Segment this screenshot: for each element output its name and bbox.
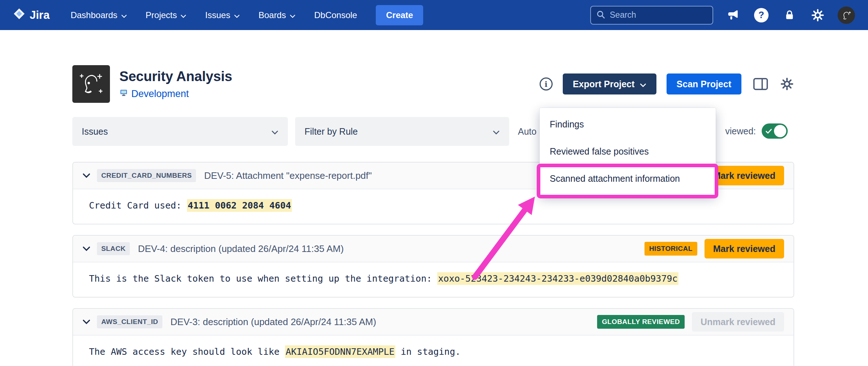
settings-gear-icon[interactable] xyxy=(809,7,826,24)
finding-title: DEV-4: description (updated 26/Apr/24 11… xyxy=(138,243,344,254)
unmark-reviewed-button[interactable]: Unmark reviewed xyxy=(692,312,784,332)
detail-view-icon[interactable] xyxy=(753,77,768,91)
navbar-right: ? xyxy=(590,6,855,25)
secret-highlight: xoxo-523423-234243-234233-e039d02840a0b9… xyxy=(437,272,678,285)
reviewed-toggle[interactable] xyxy=(762,123,788,139)
globally-reviewed-badge: GLOBALLY REVIEWED xyxy=(597,315,685,329)
nav-item-dashboards[interactable]: Dashboards xyxy=(71,10,127,20)
expand-chevron-icon[interactable] xyxy=(82,319,90,324)
info-icon[interactable]: i xyxy=(540,77,553,91)
nav-label: DbConsole xyxy=(314,10,357,20)
expand-chevron-icon[interactable] xyxy=(82,246,90,251)
finding-card-header: SLACK DEV-4: description (updated 26/Apr… xyxy=(73,236,793,262)
issues-dropdown[interactable]: Issues xyxy=(72,117,288,146)
page: Jira Dashboards Projects Issues Boards D… xyxy=(0,0,868,366)
finding-card-dev4: SLACK DEV-4: description (updated 26/Apr… xyxy=(72,235,794,298)
finding-body: The AWS access key should look like AKIA… xyxy=(73,336,793,366)
finding-text-prefix: This is the Slack token to use when sett… xyxy=(89,273,437,284)
finding-body: This is the Slack token to use when sett… xyxy=(73,262,793,297)
reviewed-toggle-group: viewed: xyxy=(725,123,788,139)
chevron-down-icon xyxy=(121,10,127,20)
rule-badge: SLACK xyxy=(97,242,130,255)
search-icon xyxy=(596,10,605,21)
nav-label: Issues xyxy=(205,10,230,20)
menu-item-label: Findings xyxy=(550,119,584,130)
autoreviewed-label-start: Auto xyxy=(518,126,536,137)
mark-reviewed-button[interactable]: Mark reviewed xyxy=(705,239,784,258)
secret-highlight: 4111 0062 2084 4604 xyxy=(187,199,292,212)
jira-logo-icon xyxy=(13,8,25,23)
secret-highlight: AKIAIO5FODNN7EXAMPLE xyxy=(285,345,395,358)
chevron-down-icon xyxy=(234,10,240,20)
search-input[interactable] xyxy=(610,10,707,20)
page-settings-gear-icon[interactable] xyxy=(780,77,794,91)
project-header: Security Analysis Development i Export P… xyxy=(72,65,794,103)
chevron-down-icon xyxy=(290,10,295,20)
scan-project-button[interactable]: Scan Project xyxy=(667,73,741,94)
menu-item-label: Reviewed false positives xyxy=(550,146,649,157)
finding-title: DEV-3: description (updated 26/Apr/24 11… xyxy=(170,316,376,328)
rule-badge: CREDIT_CARD_NUMBERS xyxy=(97,169,196,182)
finding-title: DEV-5: Attachment "expense-report.pdf" xyxy=(204,170,372,181)
rule-filter-dropdown[interactable]: Filter by Rule xyxy=(295,117,509,146)
finding-card-header: AWS_CLIENT_ID DEV-3: description (update… xyxy=(73,309,793,336)
menu-item-reviewed-false-positives[interactable]: Reviewed false positives xyxy=(540,138,716,165)
mark-reviewed-button[interactable]: Mark reviewed xyxy=(705,166,784,185)
rule-filter-value: Filter by Rule xyxy=(305,126,358,137)
project-breadcrumb: Development xyxy=(119,88,232,100)
rule-badge: AWS_CLIENT_ID xyxy=(97,315,162,328)
project-titles: Security Analysis Development xyxy=(119,69,232,100)
project-avatar xyxy=(72,65,110,103)
help-icon[interactable]: ? xyxy=(753,7,770,24)
monitor-icon xyxy=(119,88,128,100)
historical-badge: HISTORICAL xyxy=(644,242,697,256)
nav-item-projects[interactable]: Projects xyxy=(146,10,187,20)
finding-text-prefix: The AWS access key should look like xyxy=(89,346,285,357)
feedback-megaphone-icon[interactable] xyxy=(725,7,741,24)
main-nav: Dashboards Projects Issues Boards DbCons… xyxy=(71,10,357,20)
finding-actions: GLOBALLY REVIEWED Unmark reviewed xyxy=(597,312,784,332)
menu-item-scanned-attachment-information[interactable]: Scanned attachment information xyxy=(540,165,716,192)
jira-logo[interactable]: Jira xyxy=(13,8,50,23)
header-actions: i Export Project Scan Project xyxy=(540,73,794,94)
page-title: Security Analysis xyxy=(119,69,232,84)
nav-item-boards[interactable]: Boards xyxy=(259,10,295,20)
nav-item-issues[interactable]: Issues xyxy=(205,10,239,20)
toggle-knob xyxy=(774,125,786,137)
lock-icon[interactable] xyxy=(781,7,798,24)
nav-label: Dashboards xyxy=(71,10,117,20)
top-navbar: Jira Dashboards Projects Issues Boards D… xyxy=(0,0,868,30)
finding-text-prefix: Credit Card used: xyxy=(89,200,187,211)
finding-actions: Mark reviewed xyxy=(705,166,784,185)
chevron-down-icon xyxy=(180,10,186,20)
check-icon xyxy=(765,127,773,135)
project-link[interactable]: Development xyxy=(131,88,189,100)
export-project-button[interactable]: Export Project xyxy=(563,73,656,94)
chevron-down-icon xyxy=(493,126,500,137)
autoreviewed-label-end: viewed: xyxy=(725,126,756,136)
user-avatar[interactable] xyxy=(838,7,855,24)
brand-label: Jira xyxy=(30,9,50,22)
export-project-menu: Findings Reviewed false positives Scanne… xyxy=(540,108,716,195)
chevron-down-icon xyxy=(271,126,278,137)
nav-item-dbconsole[interactable]: DbConsole xyxy=(314,10,357,20)
question-mark-icon: ? xyxy=(754,8,769,22)
search-box[interactable] xyxy=(590,6,713,25)
nav-label: Projects xyxy=(146,10,177,20)
expand-chevron-icon[interactable] xyxy=(82,173,90,178)
export-project-label: Export Project xyxy=(573,79,635,89)
finding-card-dev3: AWS_CLIENT_ID DEV-3: description (update… xyxy=(72,308,794,366)
create-button[interactable]: Create xyxy=(376,5,423,25)
nav-label: Boards xyxy=(259,10,286,20)
finding-actions: HISTORICAL Mark reviewed xyxy=(644,239,784,258)
menu-item-findings[interactable]: Findings xyxy=(540,111,716,138)
menu-item-label: Scanned attachment information xyxy=(550,173,680,184)
issues-dropdown-value: Issues xyxy=(82,126,108,137)
finding-text-suffix: in staging. xyxy=(395,346,461,357)
chevron-down-icon xyxy=(640,79,646,89)
